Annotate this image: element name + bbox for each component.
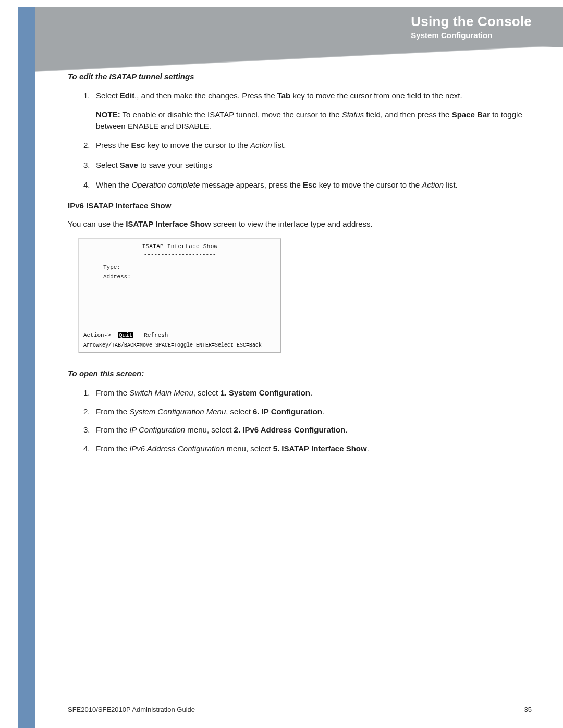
edit-step-1: Select Edit., and then make the changes.… [83,90,532,131]
page-content: To edit the ISATAP tunnel settings Selec… [68,72,532,465]
open-step-2: From the System Configuration Menu, sele… [83,406,532,417]
header-diagonal [35,46,563,72]
footer-doc-title: SFE2010/SFE2010P Administration Guide [68,706,195,713]
edit-steps-list: Select Edit., and then make the changes.… [83,90,532,191]
open-step-3: From the IP Configuration menu, select 2… [83,424,532,436]
edit-step-3: Select Save to save your settings [83,159,532,171]
edit-isatap-heading: To edit the ISATAP tunnel settings [68,72,532,81]
side-blue-strip [18,7,35,728]
header-band: Using the Console System Configuration [35,7,563,47]
open-step-4: From the IPv6 Address Configuration menu… [83,443,532,454]
terminal-address-row: Address: [82,273,277,281]
edit-step-2: Press the Esc key to move the cursor to … [83,140,532,151]
section-title: System Configuration [411,31,532,40]
terminal-action-row: Action-> Quit Refresh [82,331,277,339]
terminal-type-row: Type: [82,264,277,272]
note-block: NOTE: To enable or disable the ISATAP tu… [96,109,532,132]
footer-page-number: 35 [524,706,532,713]
terminal-underline: --------------------- [82,251,277,258]
ipv6-intro-para: You can use the ISATAP Interface Show sc… [68,218,532,230]
edit-step-4: When the Operation complete message appe… [83,179,532,191]
open-step-1: From the Switch Main Menu, select 1. Sys… [83,387,532,399]
terminal-screenshot: ISATAP Interface Show ------------------… [78,238,282,353]
terminal-refresh: Refresh [144,332,168,338]
ipv6-heading: IPv6 ISATAP Interface Show [68,201,532,210]
terminal-footer: ArrowKey/TAB/BACK=Move SPACE=Toggle ENTE… [82,342,277,349]
terminal-spacer [82,282,277,329]
page-footer: SFE2010/SFE2010P Administration Guide 35 [68,706,532,713]
open-screen-heading: To open this screen: [68,369,532,378]
terminal-quit: Quit [118,332,133,338]
chapter-title: Using the Console [411,14,532,30]
terminal-title: ISATAP Interface Show [82,243,277,251]
open-steps-list: From the Switch Main Menu, select 1. Sys… [83,387,532,454]
